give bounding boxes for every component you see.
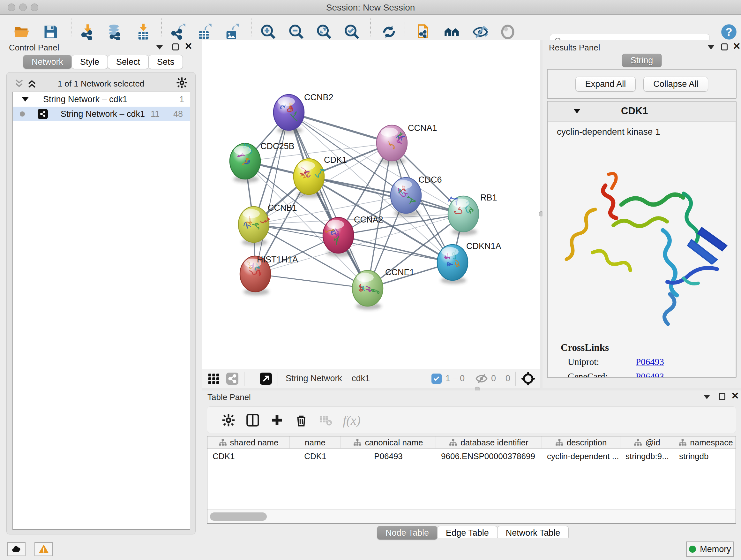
table-cell[interactable]: cyclin-dependent ... [542, 449, 620, 463]
node-CCNB2[interactable]: CCNB2 [273, 92, 333, 134]
results-panel-float-button[interactable] [721, 44, 728, 51]
svg-text:?: ? [725, 26, 732, 38]
node-CDKN1A[interactable]: CDKN1A [437, 241, 501, 284]
table-cell[interactable]: stringdb:9... [620, 449, 674, 463]
edge-HIST1H1A-CCNE1[interactable] [255, 274, 367, 288]
create-column-button[interactable] [269, 412, 285, 428]
column-tree-icon [353, 438, 361, 447]
update-network-button[interactable] [380, 23, 398, 41]
crosslink-link[interactable]: P06493 [636, 357, 664, 367]
delete-table-button[interactable] [318, 412, 333, 428]
control-panel-menu-button[interactable] [156, 45, 163, 50]
column-tree-icon [449, 438, 457, 447]
column-tree-icon [555, 438, 563, 447]
column-header-description[interactable]: description [542, 436, 620, 449]
network-row[interactable]: String Network – cdk1 11 48 [13, 107, 190, 121]
results-panel-close-button[interactable]: ✕ [733, 43, 741, 50]
node-label-HIST1H1A: HIST1H1A [257, 255, 298, 264]
edge-CCNB2-CCNE1[interactable] [289, 112, 367, 288]
help-button[interactable]: ? [720, 23, 738, 41]
network-graph[interactable]: CCNB2CCNA1CDC25BCDK1CDC6RB1CCNB1CCNA2CDK… [202, 40, 540, 369]
protein-card-header[interactable]: CDK1 [548, 102, 736, 121]
table-cell[interactable]: CDK1 [290, 449, 341, 463]
node-HIST1H1A[interactable]: HIST1H1A [240, 255, 298, 295]
node-CCNE1[interactable]: CCNE1 [352, 267, 414, 310]
collapse-protein-icon[interactable] [574, 109, 580, 113]
import-table-file-button[interactable] [134, 23, 152, 41]
delete-column-button[interactable] [293, 412, 309, 428]
export-image-button[interactable] [223, 23, 241, 41]
cloud-status-button[interactable] [7, 542, 25, 556]
show-columns-button[interactable] [245, 412, 261, 428]
collapse-all-button[interactable]: Collapse All [643, 77, 708, 91]
table-panel-menu-button[interactable] [704, 395, 710, 399]
column-header-shared-name[interactable]: shared name [207, 436, 290, 449]
table-panel-float-button[interactable] [719, 393, 725, 400]
column-header--id[interactable]: @id [620, 436, 674, 449]
column-header-name[interactable]: name [290, 436, 341, 449]
grid-view-button[interactable] [207, 372, 220, 385]
save-session-button[interactable] [42, 23, 60, 41]
tab-network[interactable]: Network [23, 55, 72, 69]
tab-sets[interactable]: Sets [148, 55, 183, 69]
network-options-gear-button[interactable] [176, 77, 188, 88]
column-header-database-identifier[interactable]: database identifier [436, 436, 542, 449]
export-network-button[interactable] [169, 23, 187, 41]
table-cell[interactable]: stringdb [674, 449, 736, 463]
control-panel: Control Panel ✕ Network Style Select Set… [0, 40, 202, 538]
column-header-namespace[interactable]: namespace [674, 436, 736, 449]
open-webpages-button[interactable] [443, 23, 461, 41]
zoom-selected-button[interactable] [343, 23, 361, 41]
memory-button[interactable]: Memory [686, 542, 734, 557]
collection-expander-icon[interactable] [22, 97, 29, 102]
tab-style[interactable]: Style [71, 55, 108, 69]
vertical-splitter[interactable] [540, 40, 542, 388]
table-cell[interactable]: 9606.ENSP00000378699 [436, 449, 542, 463]
edge-CCNA2-CDKN1A[interactable] [338, 235, 453, 262]
hide-graphics-button[interactable] [471, 23, 489, 41]
horizontal-splitter[interactable] [202, 388, 741, 390]
table-panel: Table Panel ✕ f(x) shared namenamecanoni… [202, 390, 741, 538]
table-cell[interactable]: P06493 [341, 449, 436, 463]
selected-checkbox[interactable] [431, 374, 442, 384]
zoom-fit-button[interactable] [315, 23, 333, 41]
table-row[interactable]: CDK1CDK1P064939606.ENSP00000378699cyclin… [207, 449, 736, 463]
export-table-button[interactable] [195, 23, 214, 41]
detach-view-button[interactable] [259, 372, 273, 385]
export-network-icon [170, 23, 186, 40]
table-cell[interactable]: CDK1 [207, 449, 290, 463]
node-CCNB1[interactable]: CCNB1 [239, 203, 297, 246]
results-panel-menu-button[interactable] [708, 45, 714, 50]
tab-node-table[interactable]: Node Table [377, 526, 437, 540]
network-canvas[interactable]: CCNB2CCNA1CDC25BCDK1CDC6RB1CCNB1CCNA2CDK… [202, 40, 540, 369]
import-network-file-button[interactable] [78, 23, 96, 41]
tab-string[interactable]: String [622, 54, 662, 67]
open-folder-icon [14, 23, 30, 40]
first-neighbors-button[interactable] [415, 23, 433, 41]
birds-eye-view-button[interactable] [226, 372, 239, 385]
separator [515, 372, 516, 386]
node-RB1[interactable]: RB1 [448, 193, 497, 235]
zoom-out-button[interactable] [287, 23, 306, 41]
crosshair-icon[interactable] [521, 371, 536, 386]
tab-select[interactable]: Select [108, 55, 149, 69]
table-hscrollbar[interactable] [207, 509, 736, 523]
scrollbar-thumb[interactable] [210, 512, 267, 521]
control-panel-close-button[interactable]: ✕ [185, 43, 192, 50]
show-graphics-button[interactable] [498, 23, 517, 41]
warnings-button[interactable] [35, 542, 53, 556]
open-session-button[interactable] [13, 23, 31, 41]
import-network-database-button[interactable] [105, 23, 124, 41]
zoom-in-button[interactable] [259, 23, 278, 41]
table-options-button[interactable] [220, 412, 237, 428]
edge-CCNB2-CCNA1[interactable] [289, 112, 392, 143]
expand-all-button[interactable]: Expand All [576, 77, 636, 91]
column-header-canonical-name[interactable]: canonical name [341, 436, 436, 449]
table-panel-close-button[interactable]: ✕ [731, 392, 739, 399]
network-collection-row[interactable]: String Network – cdk1 1 [13, 92, 190, 107]
crosslink-link[interactable]: P06493 [636, 371, 664, 378]
node-CDC25B[interactable]: CDC25B [230, 141, 294, 183]
edge-CCNB2-HIST1H1A[interactable] [255, 112, 289, 274]
control-panel-float-button[interactable] [172, 44, 179, 51]
function-builder-button[interactable]: f(x) [344, 412, 360, 428]
